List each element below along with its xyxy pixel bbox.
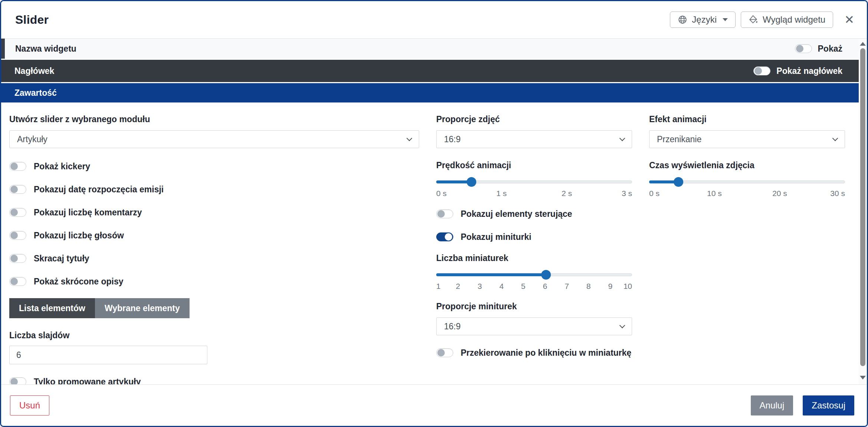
content-grid: Utwórz slider z wybranego modułu Artykuł… [1,104,859,384]
show-comments-count-toggle[interactable] [9,208,26,217]
tick-label: 2 s [562,189,572,198]
show-votes-count-toggle[interactable] [9,231,26,240]
thumb-ratio-label: Proporcje miniturek [436,301,632,312]
tick-label: 0 s [649,189,660,198]
show-emission-date-label: Pokazuj datę rozpoczęcia emisji [34,185,164,195]
toggle-row-comments-count: Pokazuj liczbę komentarzy [9,206,419,219]
slider-fill [436,273,546,276]
languages-button[interactable]: Języki [670,12,736,28]
tick-label: 9 [608,282,612,291]
slides-count-input[interactable] [9,346,207,364]
shorten-titles-toggle[interactable] [9,254,26,263]
header-section-label: Nagłówek [14,66,54,76]
animation-effect-label: Efekt animacji [649,114,845,124]
display-time-label: Czas wyświetlenia zdjęcia [649,160,845,170]
tab-selected-elements-label: Wybrane elementy [105,303,180,313]
section-header-bar[interactable]: Nagłówek Pokaż nagłówek [1,60,859,82]
animation-effect-select[interactable]: Przenikanie [649,130,845,148]
globe-icon [678,15,687,25]
tab-selected-elements[interactable]: Wybrane elementy [95,298,190,318]
toggle-row-thumbnail-redirect: Przekierowanie po kliknięciu w miniaturk… [436,346,632,359]
tick-label: 2 [456,282,460,291]
toggle-row-controls: Pokazuj elementy sterujące [436,208,632,220]
module-select-value: Artykuły [17,134,47,144]
widget-appearance-button-label: Wygląd widgetu [763,14,825,25]
thumb-ratio-select[interactable]: 16:9 [436,317,632,335]
show-short-descriptions-label: Pokaż skrócone opisy [34,277,124,287]
elements-tabs: Lista elementów Wybrane elementy [9,298,419,318]
animation-speed-slider[interactable] [436,177,632,187]
promoted-only-label: Tylko promowane artykuły [34,377,141,385]
left-toggle-list: Pokaż kickery Pokazuj datę rozpoczęcia e… [9,160,419,288]
slider-knob[interactable] [541,270,551,280]
show-header-toggle[interactable] [753,66,770,75]
tick-label: 8 [586,282,591,291]
delete-button[interactable]: Usuń [10,395,49,415]
slider-knob[interactable] [674,177,683,187]
photo-ratio-label: Proporcje zdjęć [436,114,632,124]
show-thumbnails-label: Pokazuj miniturki [461,232,531,242]
content-section-label: Zawartość [14,88,57,98]
page-title: Slider [15,13,49,27]
toggle-row-kickers: Pokaż kickery [9,160,419,173]
tab-elements-list-label: Lista elementów [19,303,85,313]
scroll-down-button[interactable] [859,374,867,381]
thumbnails-count-slider[interactable] [436,270,632,280]
show-thumbnails-toggle[interactable] [436,232,453,241]
tick-label: 4 [499,282,504,291]
scroll-up-button[interactable] [859,40,867,48]
tick-label: 30 s [830,189,845,198]
tick-label: 10 [624,282,632,291]
tick-label: 0 s [436,189,447,198]
paint-bucket-icon [749,15,758,25]
show-emission-date-toggle[interactable] [9,185,26,194]
chevron-down-icon [407,135,412,141]
toggle-row-promoted-only: Tylko promowane artykuły [9,375,419,384]
thumbnail-redirect-toggle[interactable] [436,348,453,357]
show-header-toggle-label: Pokaż nagłówek [776,66,842,76]
scrollbar-thumb[interactable] [860,48,865,366]
chevron-down-icon [723,18,728,21]
tick-label: 3 [477,282,482,291]
photo-ratio-select[interactable]: 16:9 [436,130,632,148]
show-short-descriptions-toggle[interactable] [9,277,26,286]
chevron-down-icon [832,135,838,141]
tick-label: 1 [436,282,441,291]
right-column: Efekt animacji Przenikanie Czas wyświetl… [649,114,845,384]
tick-label: 20 s [772,189,787,198]
dialog-scroll-region: Nazwa widgetu Pokaż Nagłówek Pokaż nagłó… [1,38,867,384]
scroll-down-icon [860,376,866,379]
vertical-scrollbar[interactable] [859,39,867,384]
tick-label: 10 s [707,189,722,198]
close-icon[interactable]: ✕ [844,14,854,26]
dialog-footer: Usuń Anuluj Zastosuj [1,384,867,426]
slider-widget-dialog: Slider Języki Wygląd widgetu ✕ [0,0,868,427]
toggle-row-short-descriptions: Pokaż skrócone opisy [9,275,419,288]
chevron-down-icon [619,135,625,141]
toggle-row-votes-count: Pokazuj liczbę głosów [9,229,419,242]
section-content-bar[interactable]: Zawartość [1,83,859,102]
slides-count-label: Liczba slajdów [9,330,419,340]
slider-fill [436,180,471,183]
tab-elements-list[interactable]: Lista elementów [9,298,95,318]
module-select[interactable]: Artykuły [9,130,419,148]
animation-speed-ticks: 0 s 1 s 2 s 3 s [436,189,632,199]
slider-knob[interactable] [467,177,476,187]
show-controls-toggle[interactable] [436,209,453,218]
show-widget-name-toggle[interactable] [795,44,812,53]
tick-label: 3 s [622,189,632,198]
cancel-button[interactable]: Anuluj [751,395,793,415]
tick-label: 1 s [496,189,507,198]
promoted-only-toggle[interactable] [9,377,26,384]
toggle-row-thumbnails: Pokazuj miniturki [436,231,632,243]
languages-button-label: Języki [692,14,717,25]
show-kickers-toggle[interactable] [9,162,26,171]
photo-ratio-value: 16:9 [444,134,461,144]
tick-label: 7 [565,282,569,291]
scroll-up-icon [860,42,866,46]
display-time-slider[interactable] [649,177,845,187]
widget-appearance-button[interactable]: Wygląd widgetu [741,12,833,28]
show-widget-name-toggle-label: Pokaż [818,44,842,54]
show-votes-count-label: Pokazuj liczbę głosów [34,231,124,241]
apply-button[interactable]: Zastosuj [803,395,854,415]
